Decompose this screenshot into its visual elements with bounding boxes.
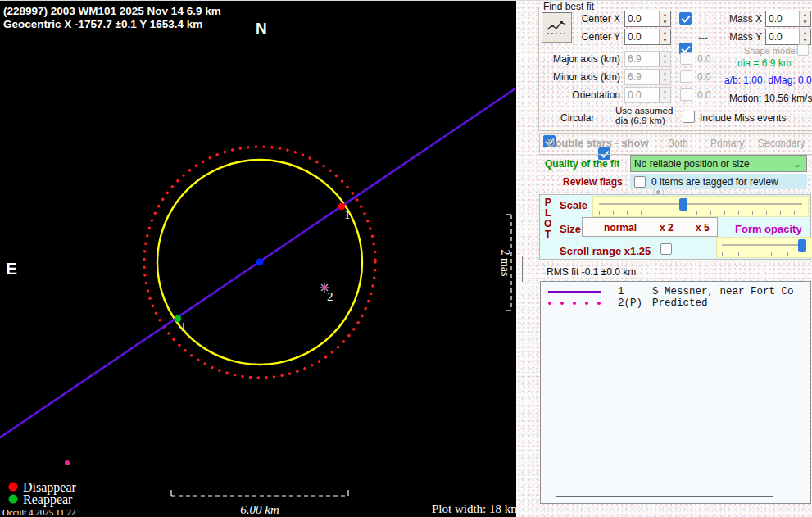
use-assumed-line1: Use assumed [615,106,673,116]
chord1-legend-line [548,291,601,293]
center-x-checkbox[interactable] [679,12,692,25]
predicted-marker-label: 2 [327,290,333,303]
include-miss-label: Include Miss events [700,112,786,124]
circular-label: Circular [560,112,594,124]
center-y-label: Center Y [569,31,620,43]
orientation-label: Orientation [542,89,620,101]
occultation-plot-canvas[interactable]: 1 1 2 (228997) 2003 WM101 2025 Nov 14 6.… [0,1,516,517]
shape-model-label: Shape model [744,46,797,56]
major-axis-value: 6.9 [625,52,659,66]
chord2-legend-dot [597,302,601,305]
chord2-id[interactable]: 2(P) [618,297,642,309]
center-x-input[interactable]: 0.0 ▲▼ [624,11,671,27]
review-flags-label: Review flags [563,176,623,188]
plot-title-line1: (228997) 2003 WM101 2025 Nov 14 6.9 km [3,5,221,17]
mass-x-spinner[interactable]: ▲▼ [799,11,810,26]
scalebar-label: 6.00 km [240,503,279,516]
form-opacity-label: Form opacity [735,223,802,235]
center-y-dash: --- [698,32,708,43]
center-dot [256,259,264,266]
orientation-extra: 0.0 [697,89,711,101]
minor-axis-checkbox[interactable] [680,70,692,83]
legend-disappear-dot [9,483,18,492]
major-axis-input[interactable]: 6.9 ▲▼ [624,51,671,67]
double-stars-primary-label: Primary [710,138,744,149]
north-label: N [256,20,267,37]
use-assumed-dia-label: Use assumed dia (6.9 km) [615,106,673,125]
plot-title-line2: Geocentric X -1757.7 ±0.1 Y 1653.4 km [3,18,202,30]
scale-slider-thumb[interactable] [679,198,687,211]
form-opacity-slider[interactable] [716,237,812,258]
ab-dmag-text: a/b: 1.00, dMag: 0.00 [724,75,812,86]
occult-fit-window: 1 1 2 (228997) 2003 WM101 2025 Nov 14 6.… [0,0,812,517]
shape-model-checkbox[interactable] [797,44,809,56]
center-x-label: Center X [569,13,620,25]
scale-slider-ticks [599,211,802,215]
form-opacity-ticks [722,252,804,256]
major-axis-checkbox[interactable] [680,52,692,65]
chord1-id[interactable]: 1 [618,286,624,297]
chord-listbox[interactable]: 1 S Messner, near Fort Co 2(P) Predicted [540,281,811,504]
rms-fit-text: RMS fit -0.1 ±0.0 km [547,266,636,278]
review-flags-checkbox[interactable] [634,176,646,188]
center-y-input[interactable]: 0.0 ▲▼ [624,29,671,45]
mass-x-input[interactable]: 0.0 ▲▼ [765,11,811,27]
orientation-input[interactable]: 0.0 ▲▼ [624,87,671,103]
include-miss-checkbox[interactable] [683,111,695,123]
mass-y-input[interactable]: 0.0 ▲▼ [765,29,811,45]
dia-text: dia = 6.9 km [737,57,792,69]
find-best-fit-caption: Find best fit [541,1,597,12]
scroll-range-checkbox[interactable] [660,243,672,255]
center-y-value[interactable]: 0.0 [625,29,659,44]
version-label: Occult 4.2025.11.22 [2,507,75,517]
form-opacity-thumb[interactable] [798,239,806,252]
mass-x-value[interactable]: 0.0 [766,11,799,26]
major-axis-spinner[interactable]: ▲▼ [659,52,670,66]
chord2-legend-dot [548,302,551,305]
predicted-marker-dot [323,286,327,290]
double-stars-both-label: Both [668,138,688,149]
double-stars-secondary-label: Secondary [758,138,805,149]
scale-slider[interactable] [592,196,809,217]
mass-y-label: Mass Y [725,31,762,43]
listbox-scrollbar[interactable] [556,496,773,497]
orientation-value: 0.0 [625,88,659,102]
plot-width-label: Plot width: 18 km [432,502,516,515]
major-axis-extra: 0.0 [697,53,711,65]
center-x-spinner[interactable]: ▲▼ [659,11,670,26]
center-x-value[interactable]: 0.0 [625,11,659,26]
quality-label: Quality of the fit [545,158,627,170]
chord2-legend-dot [573,302,576,305]
scale-label: Scale [560,199,587,211]
splitter-handle[interactable] [522,256,523,282]
scale-slider-groove [599,203,802,205]
double-stars-caption: Double stars - show [547,137,649,149]
orientation-spinner[interactable]: ▲▼ [659,88,670,102]
chord1-reappear-label: 1 [180,320,187,333]
major-axis-label: Major axis (km) [542,53,620,65]
mas-label: 2 mas [499,249,511,276]
chord1-name[interactable]: S Messner, near Fort Co [652,286,806,297]
minor-axis-value: 6.9 [625,70,659,84]
scroll-range-label: Scroll range x1.25 [560,245,651,257]
size-x2-label: x 2 [660,222,674,234]
chord2-name[interactable]: Predicted [652,297,708,309]
fit-chart-icon [546,18,567,36]
motion-text: Motion: 10.56 km/s [729,93,812,104]
legend-reappear-dot [9,495,18,504]
size-label: Size [560,223,581,235]
find-best-fit-button[interactable] [541,11,572,43]
orientation-checkbox[interactable] [680,88,692,101]
minor-axis-label: Minor axis (km) [542,71,620,83]
chord2-legend-dot [585,302,588,305]
minor-axis-input[interactable]: 6.9 ▲▼ [624,69,671,85]
center-y-spinner[interactable]: ▲▼ [659,29,670,44]
legend-reappear-label: Reappear [23,492,73,507]
mass-y-value[interactable]: 0.0 [766,29,799,44]
dropdown-chevron-icon[interactable]: ⌄ [793,158,806,170]
mass-y-spinner[interactable]: ▲▼ [799,29,810,44]
review-flags-box: 0 items are tagged for review [630,174,807,189]
minor-axis-spinner[interactable]: ▲▼ [659,70,670,84]
quality-dropdown[interactable]: No reliable position or size ⌄ [630,155,807,172]
size-x5-label: x 5 [696,222,710,234]
